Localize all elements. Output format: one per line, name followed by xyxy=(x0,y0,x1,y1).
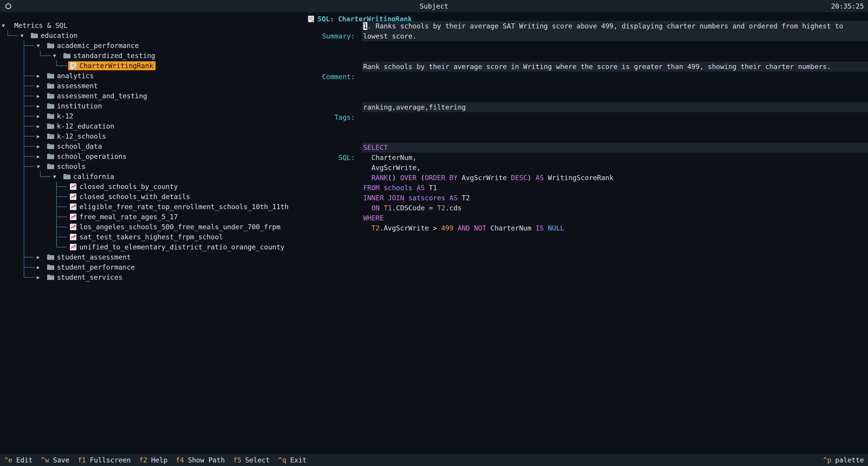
shortcut-label: Fullscreen xyxy=(90,456,131,464)
sql-line-9[interactable]: T2.AvgScrWrite > 499 AND NOT CharterNum … xyxy=(362,223,868,233)
folder-icon xyxy=(47,112,55,120)
tree-item-education[interactable]: ▼education xyxy=(0,31,305,40)
expand-arrow-icon[interactable]: ▶ xyxy=(37,141,43,151)
tree-node-content: k-12_education xyxy=(45,122,117,131)
tree-item-eligible-free-rate-top-enrollment-schools-10th-11th[interactable]: eligible_free_rate_top_enrollment_school… xyxy=(0,202,305,212)
shortcut-fullscreen[interactable]: f1Fullscreen xyxy=(78,456,131,464)
tree-guide-line xyxy=(16,202,33,212)
tree-node-content: assessment_and_testing xyxy=(45,92,150,100)
expand-arrow-icon[interactable]: ▶ xyxy=(37,131,43,141)
tree-item-free-meal-rate-ages-5-17[interactable]: free_meal_rate_ages_5_17 xyxy=(0,212,305,222)
tree-item-unified-to-elementary-district-ratio-orange-county[interactable]: unified_to_elementary_district_ratio_ora… xyxy=(0,242,305,252)
tree-guide-line xyxy=(33,182,49,192)
tree-item-sat-test-takers-highest-frpm-school[interactable]: sat_test_takers_highest_frpm_school xyxy=(0,232,305,242)
tree-guide-line xyxy=(0,202,16,212)
tree-item-los-angeles-schools-500-free-meals-under-700-frpm[interactable]: los_angeles_schools_500_free_meals_under… xyxy=(0,222,305,232)
tree-item-label: student_performance xyxy=(57,263,135,271)
shortcut-palette[interactable]: ^p palette xyxy=(823,456,864,464)
tree-guide-line xyxy=(16,40,33,51)
expand-arrow-icon[interactable]: ▶ xyxy=(37,91,43,101)
tree-item-metrics-sql[interactable]: ▼Metrics & SQL xyxy=(0,21,305,31)
sql-line-7[interactable]: ON T1.CDSCode = T2.cds xyxy=(362,203,868,213)
tree-item-student-services[interactable]: ▶student_services xyxy=(0,272,305,282)
tree-item-student-assessment[interactable]: ▶student_assessment xyxy=(0,252,305,262)
sql-token: T2 xyxy=(437,204,445,212)
tree-item-school-data[interactable]: ▶school_data xyxy=(0,141,305,151)
collapse-arrow-icon[interactable]: ▼ xyxy=(53,172,60,182)
summary-line-2[interactable]: lowest score. xyxy=(362,31,868,41)
expand-arrow-icon[interactable]: ▶ xyxy=(37,272,43,282)
tree-item-standardized-testing[interactable]: ▼standardized_testing xyxy=(0,51,305,61)
tree-item-label: school_data xyxy=(57,143,102,150)
tree-item-label: institution xyxy=(57,102,102,110)
sql-token: RANK xyxy=(371,174,388,182)
summary-line-1[interactable]: 1. Ranks schools by their average SAT Wr… xyxy=(362,21,868,31)
sql-line-3[interactable]: AvgScrWrite, xyxy=(362,163,868,173)
tree-guide-line xyxy=(0,182,16,192)
tags-line[interactable]: ranking,average,filtering xyxy=(362,102,868,112)
tree-item-student-performance[interactable]: ▶student_performance xyxy=(0,262,305,272)
sql-token: AvgScrWrite xyxy=(458,174,511,182)
collapse-arrow-icon[interactable]: ▼ xyxy=(21,31,27,40)
expand-arrow-icon[interactable]: ▶ xyxy=(37,111,43,121)
tree-item-schools[interactable]: ▼schools xyxy=(0,161,305,172)
collapse-arrow-icon[interactable]: ▼ xyxy=(37,161,43,172)
tree-item-school-operations[interactable]: ▶school_operations xyxy=(0,151,305,161)
shortcut-show-path[interactable]: f4Show Path xyxy=(176,456,224,464)
expand-arrow-icon[interactable]: ▶ xyxy=(37,252,43,262)
sql-token xyxy=(404,194,408,202)
comment-label: Comment: xyxy=(305,72,355,82)
sql-line-1[interactable]: SELECT xyxy=(362,143,868,153)
expand-arrow-icon[interactable]: ▶ xyxy=(37,262,43,272)
sql-token: satscores xyxy=(408,194,445,202)
top-bar: Subject 20:35:25 xyxy=(0,0,868,12)
tree-item-assessment[interactable]: ▶assessment xyxy=(0,81,305,91)
shortcut-exit[interactable]: ^qExit xyxy=(278,456,307,464)
expand-arrow-icon[interactable]: ▶ xyxy=(37,121,43,131)
app-circle-icon[interactable] xyxy=(5,3,11,9)
sql-line-2[interactable]: CharterNum, xyxy=(362,153,868,163)
tree-item-closed-schools-with-details[interactable]: closed_schools_with_details xyxy=(0,192,305,202)
tree-node-content: free_meal_rate_ages_5_17 xyxy=(68,212,180,221)
tree-item-k-12-education[interactable]: ▶k-12_education xyxy=(0,121,305,131)
tree-node-content: education xyxy=(29,31,80,40)
tree-guide-line xyxy=(49,61,65,71)
tree-guide-line xyxy=(0,242,16,252)
tree-guide-line xyxy=(16,91,33,101)
shortcut-edit[interactable]: ^eEdit xyxy=(4,456,33,464)
sql-line-6[interactable]: INNER JOIN satscores AS T2 xyxy=(362,193,868,203)
tree-guide-line xyxy=(33,212,49,222)
tree-item-academic-performance[interactable]: ▼academic_performance xyxy=(0,40,305,51)
expand-arrow-icon[interactable]: ▶ xyxy=(37,101,43,111)
app-window: Subject 20:35:25 ▼Metrics & SQL▼educatio… xyxy=(0,0,868,466)
expand-arrow-icon[interactable]: ▶ xyxy=(37,81,43,91)
tree-item-institution[interactable]: ▶institution xyxy=(0,101,305,111)
shortcut-help[interactable]: f2Help xyxy=(139,456,167,464)
tree-item-k-12-schools[interactable]: ▶k-12_schools xyxy=(0,131,305,141)
tree-item-analytics[interactable]: ▶analytics xyxy=(0,71,305,81)
sql-token xyxy=(454,224,458,232)
tree-item-label: Metrics & SQL xyxy=(14,22,67,29)
tree-guide-line xyxy=(33,61,49,71)
sql-line-8[interactable]: WHERE xyxy=(362,213,868,223)
tree-item-charterwritingrank[interactable]: CharterWritingRank xyxy=(0,61,305,71)
sql-token: AS xyxy=(450,194,458,202)
tree-item-assessment-and-testing[interactable]: ▶assessment_and_testing xyxy=(0,91,305,101)
sql-token: T1 xyxy=(425,184,437,192)
sql-line-4[interactable]: RANK() OVER (ORDER BY AvgScrWrite DESC) … xyxy=(362,173,868,183)
sql-token xyxy=(379,204,384,212)
collapse-arrow-icon[interactable]: ▼ xyxy=(2,21,8,31)
collapse-arrow-icon[interactable]: ▼ xyxy=(37,40,43,51)
tree-guide-line xyxy=(0,161,16,172)
expand-arrow-icon[interactable]: ▶ xyxy=(37,151,43,161)
tree-item-california[interactable]: ▼california xyxy=(0,172,305,182)
tree-item-closed-schools-by-county[interactable]: closed_schools_by_county xyxy=(0,182,305,192)
sql-token xyxy=(470,224,474,232)
sql-line-5[interactable]: FROM schools AS T1 xyxy=(362,183,868,193)
tree-item-k-12[interactable]: ▶k-12 xyxy=(0,111,305,121)
shortcut-save[interactable]: ^wSave xyxy=(41,456,69,464)
collapse-arrow-icon[interactable]: ▼ xyxy=(53,51,60,61)
expand-arrow-icon[interactable]: ▶ xyxy=(37,71,43,81)
comment-line[interactable]: Rank schools by their average score in W… xyxy=(362,62,868,72)
shortcut-select[interactable]: f5Select xyxy=(233,456,270,464)
